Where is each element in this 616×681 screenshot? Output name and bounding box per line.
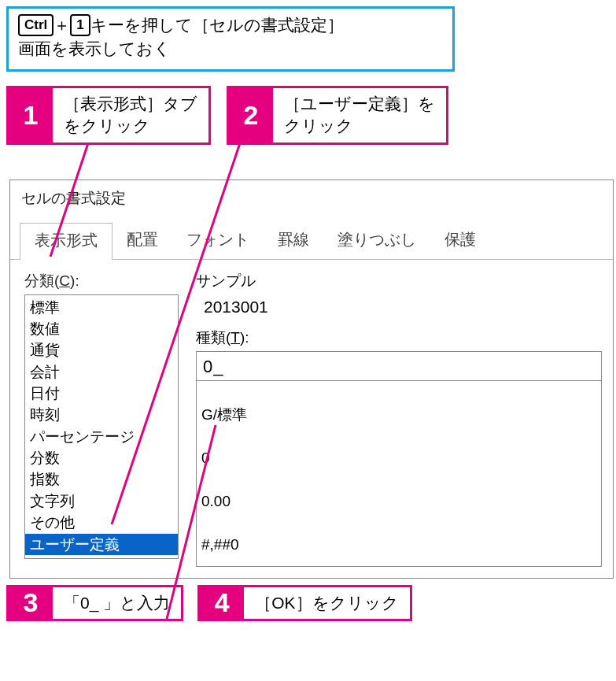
- callout-1-number: 1: [9, 88, 53, 142]
- category-item-number[interactable]: 数値: [25, 318, 178, 339]
- callout-2-line2: クリック: [284, 117, 353, 135]
- category-item-scientific[interactable]: 指数: [25, 468, 178, 490]
- category-item-currency[interactable]: 通貨: [25, 339, 178, 361]
- format-code-listbox[interactable]: G/標準 0 0.00 #,##0 #,##0.00 _ * #,##0_ ;_…: [196, 381, 602, 567]
- category-item-accounting[interactable]: 会計: [25, 361, 178, 383]
- category-label: 分類(C):: [24, 271, 179, 291]
- format-item[interactable]: #,##0: [201, 534, 596, 556]
- sample-label: サンプル: [196, 271, 602, 291]
- category-item-date[interactable]: 日付: [25, 383, 178, 404]
- callout-4-number: 4: [200, 587, 244, 619]
- callout-1-text: ［表示形式］タブ をクリック: [53, 88, 208, 142]
- callout-1-line2: をクリック: [64, 117, 150, 135]
- intro-line2: 画面を表示しておく: [18, 39, 171, 57]
- category-item-time[interactable]: 時刻: [25, 404, 178, 425]
- tab-border[interactable]: 罫線: [264, 223, 323, 259]
- callout-2: 2 ［ユーザー定義］を クリック: [227, 86, 448, 145]
- plus-sign: ＋: [53, 16, 70, 34]
- callouts-top-row: 1 ［表示形式］タブ をクリック 2 ［ユーザー定義］を クリック: [6, 86, 610, 145]
- callout-1-line1: ［表示形式］タブ: [64, 94, 197, 113]
- tab-fill[interactable]: 塗りつぶし: [323, 223, 430, 259]
- tab-font[interactable]: フォント: [172, 223, 264, 259]
- dialog-tabs: 表示形式 配置 フォント 罫線 塗りつぶし 保護: [10, 212, 613, 259]
- category-item-percentage[interactable]: パーセンテージ: [25, 426, 178, 447]
- callout-3: 3 「0_ 」と入力: [6, 585, 183, 621]
- callouts-bottom-row: 3 「0_ 」と入力 4 ［OK］をクリック: [6, 585, 610, 621]
- callout-3-number: 3: [9, 587, 53, 619]
- category-item-fraction[interactable]: 分数: [25, 447, 178, 468]
- format-cells-dialog: セルの書式設定 表示形式 配置 フォント 罫線 塗りつぶし 保護 分類(C): …: [9, 180, 614, 579]
- callout-3-text: 「0_ 」と入力: [53, 587, 181, 619]
- tab-number-format[interactable]: 表示形式: [20, 223, 113, 260]
- type-label: 種類(T):: [196, 328, 602, 348]
- callout-2-text: ［ユーザー定義］を クリック: [273, 88, 446, 142]
- sample-value: 2013001: [196, 293, 602, 328]
- dialog-title: セルの書式設定: [10, 180, 613, 212]
- category-listbox[interactable]: 標準 数値 通貨 会計 日付 時刻 パーセンテージ 分数 指数 文字列 その他 …: [24, 294, 179, 559]
- format-item[interactable]: 0.00: [201, 490, 596, 513]
- keycap-1: 1: [70, 14, 90, 36]
- callout-4-text: ［OK］をクリック: [244, 587, 409, 619]
- callout-2-line1: ［ユーザー定義］を: [284, 94, 435, 113]
- format-item[interactable]: 0: [201, 447, 596, 469]
- tab-alignment[interactable]: 配置: [113, 223, 172, 259]
- intro-line1-rest: キーを押して［セルの書式設定］: [90, 16, 344, 34]
- format-item[interactable]: G/標準: [201, 404, 596, 426]
- category-item-text[interactable]: 文字列: [25, 490, 178, 512]
- category-column: 分類(C): 標準 数値 通貨 会計 日付 時刻 パーセンテージ 分数 指数 文…: [24, 271, 179, 567]
- tab-protection[interactable]: 保護: [430, 223, 490, 259]
- tab-body: 分類(C): 標準 数値 通貨 会計 日付 時刻 パーセンテージ 分数 指数 文…: [10, 259, 613, 578]
- keycap-ctrl: Ctrl: [18, 14, 53, 36]
- type-input[interactable]: [196, 351, 602, 381]
- details-column: サンプル 2013001 種類(T): G/標準 0 0.00 #,##0 #,…: [196, 271, 602, 567]
- callout-1: 1 ［表示形式］タブ をクリック: [6, 86, 211, 145]
- intro-instruction: Ctrl＋1キーを押して［セルの書式設定］ 画面を表示しておく: [6, 6, 455, 72]
- category-item-custom[interactable]: ユーザー定義: [25, 534, 178, 555]
- category-item-standard[interactable]: 標準: [25, 297, 178, 318]
- category-item-other[interactable]: その他: [25, 512, 178, 533]
- callout-2-number: 2: [229, 88, 273, 142]
- callout-4: 4 ［OK］をクリック: [197, 585, 411, 621]
